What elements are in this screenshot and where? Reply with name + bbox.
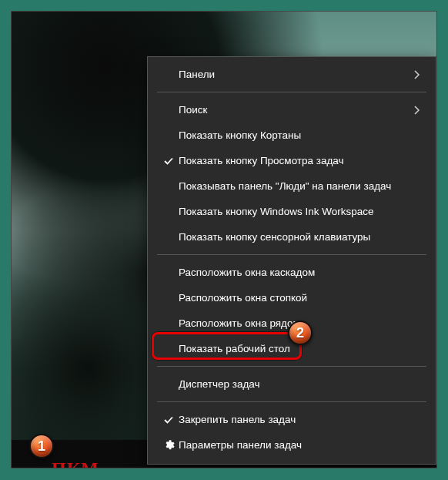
- menu-item-label: Диспетчер задач: [179, 378, 410, 390]
- check-icon: [159, 415, 179, 425]
- menu-item-label: Показать кнопку Windows Ink Workspace: [179, 206, 410, 217]
- menu-item-lock-taskbar[interactable]: Закрепить панель задач: [148, 407, 436, 432]
- gear-icon: [159, 439, 179, 451]
- menu-item-people-bar[interactable]: Показывать панель "Люди" на панели задач: [148, 173, 436, 199]
- menu-item-touch-keyboard[interactable]: Показать кнопку сенсорной клавиатуры: [148, 224, 436, 250]
- menu-item-stack-windows[interactable]: Расположить окна стопкой: [148, 285, 436, 310]
- menu-item-toolbars[interactable]: Панели: [148, 62, 436, 87]
- menu-item-label: Параметры панели задач: [179, 439, 410, 451]
- annotation-pkm-text: ПКМ: [52, 458, 99, 468]
- menu-item-label: Показать кнопку Просмотра задач: [179, 155, 410, 166]
- menu-item-label: Расположить окна рядом: [179, 317, 410, 329]
- menu-item-label: Показать рабочий стол: [179, 343, 410, 354]
- menu-item-label: Поиск: [179, 104, 410, 116]
- menu-item-side-by-side-windows[interactable]: Расположить окна рядом: [148, 310, 436, 336]
- screenshot-frame: Панели Поиск Показать кнопку Кортаны Пок…: [11, 11, 437, 468]
- chevron-right-icon: [410, 106, 425, 115]
- menu-item-task-manager[interactable]: Диспетчер задач: [148, 371, 436, 397]
- menu-item-cortana-button[interactable]: Показать кнопку Кортаны: [148, 123, 436, 148]
- chevron-right-icon: [410, 70, 425, 79]
- menu-item-taskbar-settings[interactable]: Параметры панели задач: [148, 432, 436, 458]
- menu-item-label: Расположить окна стопкой: [179, 292, 410, 304]
- menu-item-show-desktop[interactable]: Показать рабочий стол: [148, 336, 436, 361]
- check-icon: [159, 156, 179, 166]
- menu-item-label: Показывать панель "Люди" на панели задач: [179, 180, 410, 192]
- menu-item-search[interactable]: Поиск: [148, 97, 436, 123]
- menu-item-label: Панели: [179, 69, 410, 80]
- menu-divider: [157, 366, 426, 367]
- menu-divider: [157, 92, 426, 92]
- menu-item-label: Закрепить панель задач: [179, 414, 410, 425]
- menu-item-task-view-button[interactable]: Показать кнопку Просмотра задач: [148, 148, 436, 173]
- taskbar-context-menu: Панели Поиск Показать кнопку Кортаны Пок…: [147, 56, 436, 465]
- menu-item-label: Показать кнопку сенсорной клавиатуры: [179, 231, 410, 243]
- menu-item-label: Расположить окна каскадом: [179, 267, 410, 278]
- menu-item-cascade-windows[interactable]: Расположить окна каскадом: [148, 260, 436, 285]
- menu-divider: [157, 401, 426, 402]
- menu-item-ink-workspace[interactable]: Показать кнопку Windows Ink Workspace: [148, 199, 436, 224]
- menu-divider: [157, 254, 426, 255]
- menu-item-label: Показать кнопку Кортаны: [179, 129, 410, 141]
